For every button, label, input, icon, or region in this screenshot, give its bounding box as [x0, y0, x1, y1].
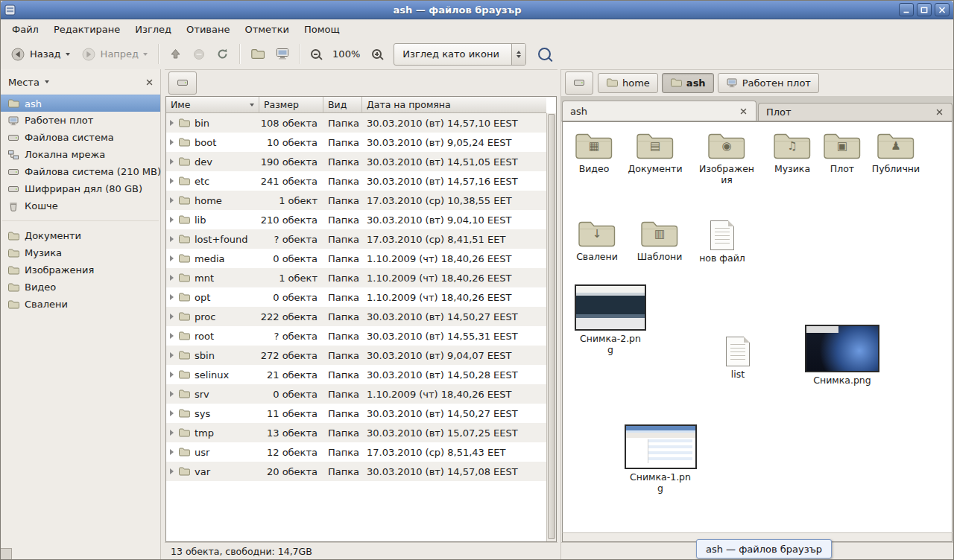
expander-icon[interactable] [170, 333, 174, 339]
menu-help[interactable]: Помощ [297, 21, 347, 38]
expander-icon[interactable] [170, 236, 174, 242]
stop-button[interactable] [188, 45, 210, 64]
menu-edit[interactable]: Редактиране [46, 21, 127, 38]
expander-icon[interactable] [170, 314, 174, 319]
expander-icon[interactable] [170, 430, 174, 436]
tree-row-boot[interactable]: boot10 обектаПапка30.03.2010 (вт) 9,05,2… [166, 133, 546, 152]
tree-row-sbin[interactable]: sbin272 обектаПапка30.03.2010 (вт) 9,04,… [166, 346, 546, 365]
expander-icon[interactable] [170, 217, 174, 223]
reload-button[interactable] [211, 44, 234, 64]
sidebar-item-pictures[interactable]: Изображения [1, 261, 160, 279]
icon-item-snimka-1[interactable]: Снимка-1.png [629, 424, 692, 494]
icon-item-pictures[interactable]: ◉Изображения [695, 131, 758, 185]
icon-item-list[interactable]: list [707, 335, 769, 380]
search-button[interactable] [533, 44, 556, 64]
sidebar-item-downloads[interactable]: Свалени [1, 296, 160, 313]
tree-row-media[interactable]: media0 обектаПапка1.10.2009 (чт) 18,40,2… [166, 249, 546, 268]
sidebar-item-music[interactable]: Музика [1, 244, 160, 261]
icon-item-snimka[interactable]: Снимка.png [811, 325, 874, 386]
column-header-type[interactable]: Вид [323, 97, 362, 113]
back-dropdown-icon[interactable] [66, 53, 70, 56]
sidebar-item-local-network[interactable]: Локална мрежа [1, 146, 160, 163]
tree-row-root[interactable]: root? обектаПапка30.03.2010 (вт) 14,55,3… [166, 326, 546, 346]
tree-row-usr[interactable]: usr12 обектаПапка17.03.2010 (ср) 8,51,43… [166, 442, 546, 462]
tree-row-lost+found[interactable]: lost+found? обектаПапка17.03.2010 (ср) 8… [166, 229, 546, 249]
zoom-out-button[interactable] [306, 45, 326, 63]
breadcrumb-desktop[interactable]: Работен плот [718, 73, 819, 93]
expander-icon[interactable] [170, 159, 174, 165]
tab-ash[interactable]: ash [562, 101, 756, 121]
sidebar-item-filesystem-210mb[interactable]: Файлова система (210 MB) [1, 163, 160, 180]
forward-button[interactable]: Напред [76, 43, 153, 66]
sidebar-item-documents[interactable]: Документи [1, 227, 160, 244]
left-pathbar-root-button[interactable] [168, 71, 197, 95]
computer-button[interactable] [271, 44, 294, 64]
titlebar[interactable]: ash — файлов браузър [1, 1, 953, 19]
column-header-size[interactable]: Размер [259, 97, 323, 113]
sidebar-close-icon[interactable] [146, 77, 153, 88]
menu-go[interactable]: Отиване [179, 21, 237, 38]
expander-icon[interactable] [170, 352, 174, 358]
sidebar-item-trash[interactable]: Кошче [1, 197, 160, 214]
expander-icon[interactable] [170, 391, 174, 397]
expander-icon[interactable] [170, 449, 174, 455]
menu-bookmarks[interactable]: Отметки [237, 21, 296, 38]
tree-row-lib[interactable]: lib210 обектаПапка30.03.2010 (вт) 9,04,1… [166, 210, 546, 229]
icon-item-templates[interactable]: ▥Шаблони [628, 219, 691, 262]
expander-icon[interactable] [170, 410, 174, 416]
right-pathbar-root-button[interactable] [565, 71, 593, 95]
tree-row-tmp[interactable]: tmp13 обектаПапка30.03.2010 (вт) 15,07,2… [166, 423, 546, 442]
scrollbar-thumb[interactable] [548, 114, 555, 539]
tree-row-sys[interactable]: sys11 обектаПапка30.03.2010 (вт) 14,50,2… [166, 404, 546, 423]
sidebar-item-encrypted-80gb[interactable]: Шифриран дял (80 GB) [1, 180, 160, 197]
expander-icon[interactable] [170, 139, 174, 145]
menu-view[interactable]: Изглед [127, 21, 179, 38]
icon-item-downloads[interactable]: ↓Свалени [566, 219, 628, 262]
icon-item-video[interactable]: ▦Видео [563, 131, 625, 174]
icon-item-public[interactable]: ♟Публични [865, 131, 927, 174]
tab-close-icon[interactable] [935, 107, 944, 117]
expander-icon[interactable] [170, 468, 174, 474]
tree-row-bin[interactable]: bin108 обектаПапка30.03.2010 (вт) 14,57,… [166, 113, 546, 133]
expander-icon[interactable] [170, 178, 174, 184]
menu-file[interactable]: Файл [4, 21, 46, 38]
icon-item-documents[interactable]: ▤Документи [624, 131, 686, 174]
expander-icon[interactable] [170, 255, 174, 261]
icon-view[interactable]: ▦Видео▤Документи◉Изображения♫Музика▣Плот… [562, 121, 953, 532]
combo-arrows-icon[interactable] [511, 44, 525, 65]
breadcrumb-home[interactable]: home [598, 73, 658, 93]
up-button[interactable] [164, 44, 187, 64]
column-header-date[interactable]: Дата на промяна [362, 97, 546, 113]
icon-item-snimka-2[interactable]: Снимка-2.png [579, 284, 642, 355]
tree-row-dev[interactable]: dev190 обектаПапка30.03.2010 (вт) 14,51,… [166, 152, 546, 171]
breadcrumb-ash[interactable]: ash [662, 73, 714, 93]
tab-close-icon[interactable] [739, 106, 748, 116]
tree-row-var[interactable]: var20 обектаПапка30.03.2010 (вт) 14,57,0… [166, 462, 546, 481]
tree-row-opt[interactable]: opt0 обектаПапка1.10.2009 (чт) 18,40,26 … [166, 287, 546, 307]
expander-icon[interactable] [170, 294, 174, 300]
sidebar-item-desktop[interactable]: Работен плот [1, 112, 160, 129]
home-button[interactable] [245, 43, 270, 65]
sidebar-item-filesystem[interactable]: Файлова система [1, 129, 160, 146]
places-dropdown-icon[interactable] [45, 80, 49, 83]
tree-row-etc[interactable]: etc241 обектаПапка30.03.2010 (вт) 14,57,… [166, 171, 546, 191]
tree-row-srv[interactable]: srv0 обектаПапка1.10.2009 (чт) 18,40,26 … [166, 384, 546, 404]
icon-item-new-file[interactable]: нов файл [691, 219, 754, 264]
places-title[interactable]: Места [8, 77, 40, 88]
sidebar-item-ash[interactable]: ash [1, 95, 160, 112]
column-header-name[interactable]: Име [166, 97, 259, 113]
back-button[interactable]: Назад [5, 43, 75, 66]
expander-icon[interactable] [170, 372, 174, 378]
tree-row-home[interactable]: home1 обектПапка17.03.2010 (ср) 10,38,55… [166, 191, 546, 210]
tree-row-proc[interactable]: proc222 обектаПапка30.03.2010 (вт) 14,50… [166, 307, 546, 326]
zoom-in-button[interactable] [367, 45, 387, 63]
expander-icon[interactable] [170, 120, 174, 126]
tree-row-mnt[interactable]: mnt1 обектПапка1.10.2009 (чт) 18,40,26 E… [166, 268, 546, 287]
tree-row-selinux[interactable]: selinux21 обектаПапка30.03.2010 (вт) 14,… [166, 365, 546, 384]
view-mode-combo[interactable]: Изглед като икони [394, 43, 526, 66]
minimize-button[interactable] [899, 3, 914, 16]
maximize-button[interactable] [917, 3, 932, 16]
expander-icon[interactable] [170, 197, 174, 203]
expander-icon[interactable] [170, 275, 174, 281]
close-button[interactable] [935, 3, 950, 16]
